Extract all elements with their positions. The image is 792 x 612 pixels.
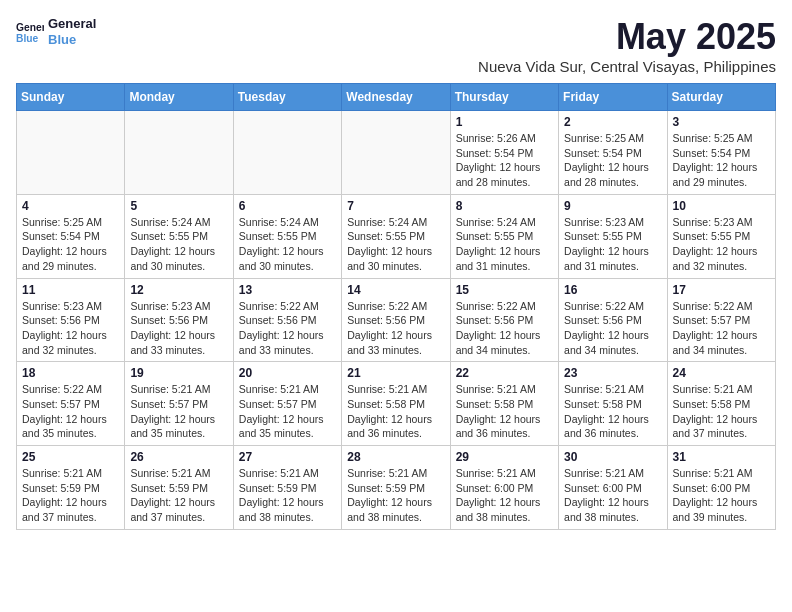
logo-icon: General Blue bbox=[16, 18, 44, 46]
day-number: 19 bbox=[130, 366, 227, 380]
calendar-day-cell: 10Sunrise: 5:23 AMSunset: 5:55 PMDayligh… bbox=[667, 194, 775, 278]
day-number: 2 bbox=[564, 115, 661, 129]
calendar-day-cell bbox=[233, 111, 341, 195]
calendar-week-row: 18Sunrise: 5:22 AMSunset: 5:57 PMDayligh… bbox=[17, 362, 776, 446]
svg-text:Blue: Blue bbox=[16, 33, 39, 44]
calendar-day-cell: 15Sunrise: 5:22 AMSunset: 5:56 PMDayligh… bbox=[450, 278, 558, 362]
day-info: Sunrise: 5:21 AMSunset: 5:58 PMDaylight:… bbox=[347, 382, 444, 441]
day-number: 12 bbox=[130, 283, 227, 297]
calendar-day-cell: 8Sunrise: 5:24 AMSunset: 5:55 PMDaylight… bbox=[450, 194, 558, 278]
calendar-day-cell: 11Sunrise: 5:23 AMSunset: 5:56 PMDayligh… bbox=[17, 278, 125, 362]
day-info: Sunrise: 5:23 AMSunset: 5:56 PMDaylight:… bbox=[22, 299, 119, 358]
calendar-table: SundayMondayTuesdayWednesdayThursdayFrid… bbox=[16, 83, 776, 530]
day-number: 13 bbox=[239, 283, 336, 297]
calendar-week-row: 4Sunrise: 5:25 AMSunset: 5:54 PMDaylight… bbox=[17, 194, 776, 278]
day-info: Sunrise: 5:24 AMSunset: 5:55 PMDaylight:… bbox=[456, 215, 553, 274]
calendar-day-cell: 3Sunrise: 5:25 AMSunset: 5:54 PMDaylight… bbox=[667, 111, 775, 195]
weekday-header-wednesday: Wednesday bbox=[342, 84, 450, 111]
calendar-week-row: 11Sunrise: 5:23 AMSunset: 5:56 PMDayligh… bbox=[17, 278, 776, 362]
day-info: Sunrise: 5:24 AMSunset: 5:55 PMDaylight:… bbox=[239, 215, 336, 274]
day-info: Sunrise: 5:21 AMSunset: 6:00 PMDaylight:… bbox=[456, 466, 553, 525]
day-number: 17 bbox=[673, 283, 770, 297]
calendar-day-cell: 30Sunrise: 5:21 AMSunset: 6:00 PMDayligh… bbox=[559, 446, 667, 530]
calendar-day-cell bbox=[17, 111, 125, 195]
day-number: 4 bbox=[22, 199, 119, 213]
day-number: 14 bbox=[347, 283, 444, 297]
calendar-day-cell: 18Sunrise: 5:22 AMSunset: 5:57 PMDayligh… bbox=[17, 362, 125, 446]
day-number: 8 bbox=[456, 199, 553, 213]
weekday-header-tuesday: Tuesday bbox=[233, 84, 341, 111]
day-info: Sunrise: 5:25 AMSunset: 5:54 PMDaylight:… bbox=[673, 131, 770, 190]
calendar-title: May 2025 bbox=[478, 16, 776, 58]
calendar-day-cell: 21Sunrise: 5:21 AMSunset: 5:58 PMDayligh… bbox=[342, 362, 450, 446]
calendar-day-cell: 31Sunrise: 5:21 AMSunset: 6:00 PMDayligh… bbox=[667, 446, 775, 530]
day-number: 21 bbox=[347, 366, 444, 380]
logo-line1: General bbox=[48, 16, 96, 32]
calendar-day-cell: 13Sunrise: 5:22 AMSunset: 5:56 PMDayligh… bbox=[233, 278, 341, 362]
calendar-day-cell: 26Sunrise: 5:21 AMSunset: 5:59 PMDayligh… bbox=[125, 446, 233, 530]
calendar-day-cell: 24Sunrise: 5:21 AMSunset: 5:58 PMDayligh… bbox=[667, 362, 775, 446]
day-number: 5 bbox=[130, 199, 227, 213]
weekday-header-saturday: Saturday bbox=[667, 84, 775, 111]
calendar-day-cell: 2Sunrise: 5:25 AMSunset: 5:54 PMDaylight… bbox=[559, 111, 667, 195]
day-number: 1 bbox=[456, 115, 553, 129]
calendar-day-cell: 12Sunrise: 5:23 AMSunset: 5:56 PMDayligh… bbox=[125, 278, 233, 362]
day-number: 11 bbox=[22, 283, 119, 297]
calendar-day-cell: 17Sunrise: 5:22 AMSunset: 5:57 PMDayligh… bbox=[667, 278, 775, 362]
day-number: 9 bbox=[564, 199, 661, 213]
calendar-day-cell: 9Sunrise: 5:23 AMSunset: 5:55 PMDaylight… bbox=[559, 194, 667, 278]
day-info: Sunrise: 5:22 AMSunset: 5:57 PMDaylight:… bbox=[22, 382, 119, 441]
day-number: 31 bbox=[673, 450, 770, 464]
day-number: 7 bbox=[347, 199, 444, 213]
day-info: Sunrise: 5:25 AMSunset: 5:54 PMDaylight:… bbox=[564, 131, 661, 190]
day-number: 24 bbox=[673, 366, 770, 380]
day-info: Sunrise: 5:24 AMSunset: 5:55 PMDaylight:… bbox=[130, 215, 227, 274]
day-info: Sunrise: 5:22 AMSunset: 5:56 PMDaylight:… bbox=[564, 299, 661, 358]
calendar-day-cell: 4Sunrise: 5:25 AMSunset: 5:54 PMDaylight… bbox=[17, 194, 125, 278]
day-info: Sunrise: 5:26 AMSunset: 5:54 PMDaylight:… bbox=[456, 131, 553, 190]
day-info: Sunrise: 5:21 AMSunset: 5:59 PMDaylight:… bbox=[239, 466, 336, 525]
day-info: Sunrise: 5:21 AMSunset: 5:58 PMDaylight:… bbox=[564, 382, 661, 441]
calendar-day-cell: 7Sunrise: 5:24 AMSunset: 5:55 PMDaylight… bbox=[342, 194, 450, 278]
day-info: Sunrise: 5:21 AMSunset: 6:00 PMDaylight:… bbox=[673, 466, 770, 525]
calendar-day-cell: 28Sunrise: 5:21 AMSunset: 5:59 PMDayligh… bbox=[342, 446, 450, 530]
day-info: Sunrise: 5:22 AMSunset: 5:56 PMDaylight:… bbox=[347, 299, 444, 358]
day-info: Sunrise: 5:21 AMSunset: 5:58 PMDaylight:… bbox=[456, 382, 553, 441]
day-info: Sunrise: 5:23 AMSunset: 5:55 PMDaylight:… bbox=[564, 215, 661, 274]
logo-line2: Blue bbox=[48, 32, 96, 48]
day-number: 29 bbox=[456, 450, 553, 464]
day-number: 27 bbox=[239, 450, 336, 464]
calendar-day-cell: 29Sunrise: 5:21 AMSunset: 6:00 PMDayligh… bbox=[450, 446, 558, 530]
day-info: Sunrise: 5:23 AMSunset: 5:56 PMDaylight:… bbox=[130, 299, 227, 358]
day-number: 25 bbox=[22, 450, 119, 464]
day-number: 3 bbox=[673, 115, 770, 129]
calendar-day-cell: 1Sunrise: 5:26 AMSunset: 5:54 PMDaylight… bbox=[450, 111, 558, 195]
day-number: 6 bbox=[239, 199, 336, 213]
title-block: May 2025 Nueva Vida Sur, Central Visayas… bbox=[478, 16, 776, 75]
calendar-day-cell: 19Sunrise: 5:21 AMSunset: 5:57 PMDayligh… bbox=[125, 362, 233, 446]
calendar-day-cell bbox=[125, 111, 233, 195]
day-number: 26 bbox=[130, 450, 227, 464]
day-info: Sunrise: 5:24 AMSunset: 5:55 PMDaylight:… bbox=[347, 215, 444, 274]
weekday-header-sunday: Sunday bbox=[17, 84, 125, 111]
svg-text:General: General bbox=[16, 22, 44, 33]
day-number: 28 bbox=[347, 450, 444, 464]
calendar-day-cell: 20Sunrise: 5:21 AMSunset: 5:57 PMDayligh… bbox=[233, 362, 341, 446]
day-number: 10 bbox=[673, 199, 770, 213]
day-info: Sunrise: 5:21 AMSunset: 5:58 PMDaylight:… bbox=[673, 382, 770, 441]
calendar-day-cell bbox=[342, 111, 450, 195]
weekday-header-thursday: Thursday bbox=[450, 84, 558, 111]
calendar-day-cell: 14Sunrise: 5:22 AMSunset: 5:56 PMDayligh… bbox=[342, 278, 450, 362]
day-info: Sunrise: 5:22 AMSunset: 5:56 PMDaylight:… bbox=[456, 299, 553, 358]
day-number: 15 bbox=[456, 283, 553, 297]
day-info: Sunrise: 5:21 AMSunset: 5:57 PMDaylight:… bbox=[239, 382, 336, 441]
calendar-week-row: 25Sunrise: 5:21 AMSunset: 5:59 PMDayligh… bbox=[17, 446, 776, 530]
calendar-week-row: 1Sunrise: 5:26 AMSunset: 5:54 PMDaylight… bbox=[17, 111, 776, 195]
day-info: Sunrise: 5:21 AMSunset: 5:57 PMDaylight:… bbox=[130, 382, 227, 441]
day-info: Sunrise: 5:25 AMSunset: 5:54 PMDaylight:… bbox=[22, 215, 119, 274]
day-number: 22 bbox=[456, 366, 553, 380]
day-info: Sunrise: 5:21 AMSunset: 5:59 PMDaylight:… bbox=[22, 466, 119, 525]
day-number: 16 bbox=[564, 283, 661, 297]
calendar-subtitle: Nueva Vida Sur, Central Visayas, Philipp… bbox=[478, 58, 776, 75]
calendar-day-cell: 25Sunrise: 5:21 AMSunset: 5:59 PMDayligh… bbox=[17, 446, 125, 530]
